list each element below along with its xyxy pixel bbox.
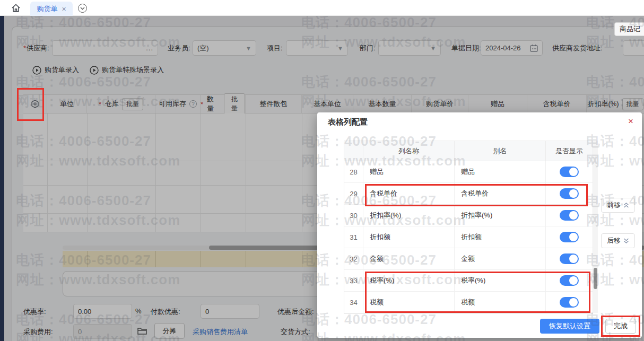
tab-purchase-order[interactable]: 购货单 ×	[30, 2, 73, 16]
modal-title: 表格列配置	[328, 117, 368, 127]
double-chevron-up-icon	[623, 202, 629, 208]
row-number: 33	[344, 270, 363, 291]
column-name: 税率(%)	[363, 270, 455, 291]
col-header-visible: 是否显示	[546, 141, 593, 161]
column-alias: 金额	[455, 248, 546, 269]
config-row-31: 31折扣额折扣额	[344, 226, 593, 248]
column-alias: 税率(%)	[455, 270, 546, 291]
toggle-knob	[569, 276, 578, 285]
double-chevron-down-icon	[623, 238, 629, 244]
row-number: 29	[344, 183, 363, 204]
tab-bar: 购货单 ×	[0, 0, 644, 16]
toggle-cell	[546, 205, 593, 226]
toggle-knob	[569, 298, 578, 307]
visibility-toggle[interactable]	[560, 253, 579, 264]
column-name: 赠品	[363, 161, 455, 182]
tab-close-icon[interactable]: ×	[62, 5, 66, 13]
column-name: 含税单价	[363, 183, 455, 204]
column-config-modal: 表格列配置 × 列名称 别名 是否显示 28赠品赠品29含税单价含税单价30折扣…	[317, 112, 642, 338]
toggle-knob	[569, 255, 578, 263]
col-header-name: 列名称	[363, 141, 455, 161]
visibility-toggle[interactable]	[560, 188, 579, 199]
move-forward-button[interactable]: 前移	[601, 198, 635, 213]
column-name: 税额	[363, 292, 455, 313]
column-alias: 税额	[455, 292, 546, 313]
restore-defaults-button[interactable]: 恢复默认设置	[540, 319, 599, 334]
modal-scrollbar	[593, 141, 598, 313]
move-backward-button[interactable]: 后移	[601, 233, 635, 248]
tab-list-dropdown-icon[interactable]	[78, 4, 87, 13]
row-number: 30	[344, 205, 363, 226]
toggle-knob	[569, 211, 578, 220]
config-row-33: 33税率(%)税率(%)	[344, 270, 593, 292]
config-row-29: 29含税单价含税单价	[344, 183, 593, 205]
config-row-32: 32金额金额	[344, 248, 593, 270]
modal-scrollbar-thumb[interactable]	[594, 268, 597, 289]
toggle-cell	[546, 183, 593, 204]
row-number: 34	[344, 292, 363, 313]
toggle-knob	[569, 233, 578, 241]
visibility-toggle[interactable]	[560, 167, 579, 177]
toggle-cell	[546, 270, 593, 291]
done-button[interactable]: 完成	[605, 319, 636, 334]
modal-close-icon[interactable]: ×	[628, 116, 633, 127]
column-alias: 赠品	[455, 161, 546, 182]
row-number: 32	[344, 248, 363, 269]
home-icon[interactable]	[11, 3, 21, 13]
toggle-knob	[569, 168, 578, 176]
visibility-toggle[interactable]	[560, 232, 579, 242]
visibility-toggle[interactable]	[560, 297, 579, 308]
column-name: 折扣额	[363, 226, 455, 248]
visibility-toggle[interactable]	[560, 275, 579, 286]
config-row-34: 34税额税额	[344, 292, 593, 313]
config-table-header: 列名称 别名 是否显示	[344, 141, 593, 161]
col-header-alias: 别名	[455, 141, 546, 161]
column-alias: 含税单价	[455, 183, 546, 204]
column-name: 金额	[363, 248, 455, 269]
column-config-table: 列名称 别名 是否显示 28赠品赠品29含税单价含税单价30折扣率(%)折扣率(…	[344, 141, 593, 314]
tab-label: 购货单	[37, 4, 57, 14]
row-number: 31	[344, 226, 363, 248]
toggle-cell	[546, 292, 593, 313]
config-row-28: 28赠品赠品	[344, 161, 593, 183]
toggle-cell	[546, 248, 593, 269]
toggle-knob	[569, 189, 578, 198]
toggle-cell	[546, 161, 593, 182]
goods-record-button[interactable]: 商品记	[614, 22, 644, 36]
config-row-30: 30折扣率(%)折扣率(%)	[344, 205, 593, 226]
column-alias: 折扣率(%)	[455, 205, 546, 226]
toggle-cell	[546, 226, 593, 248]
column-alias: 折扣额	[455, 226, 546, 248]
row-number: 28	[344, 161, 363, 182]
column-name: 折扣率(%)	[363, 205, 455, 226]
visibility-toggle[interactable]	[560, 210, 579, 221]
